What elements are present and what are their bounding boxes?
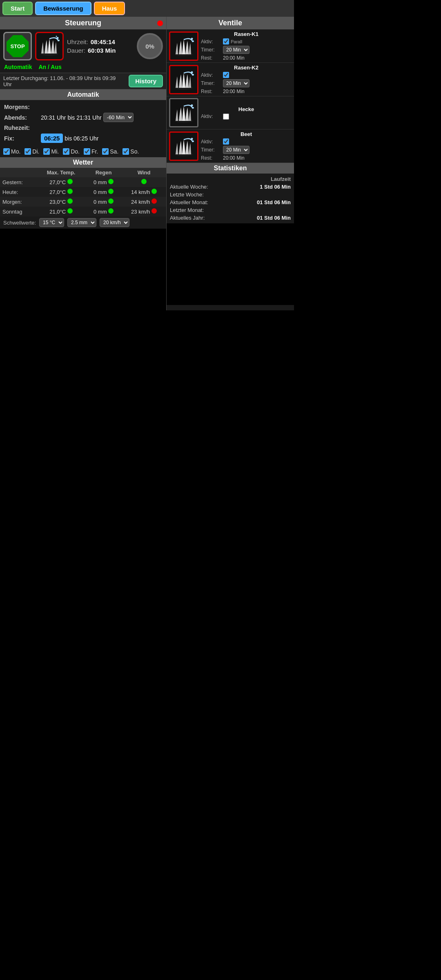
fix-bis: bis 06:25 Uhr	[65, 135, 98, 142]
ventil-timer-select[interactable]: 20 Min	[223, 146, 249, 154]
day-so-checkbox[interactable]	[122, 148, 129, 155]
wetter-row-rain: 0 mm	[85, 187, 122, 197]
svg-point-2	[57, 37, 59, 39]
day-di-checkbox[interactable]	[24, 148, 31, 155]
abends-bis: bis 21:31 Uhr	[67, 114, 101, 121]
dauer-label: Dauer:	[67, 47, 85, 54]
history-button[interactable]: History	[129, 75, 163, 87]
wetter-row: Gestern: 27,0°C 0 mm	[0, 177, 166, 187]
stat-row-label: Aktuelles Jahr:	[170, 215, 250, 221]
day-fr-checkbox[interactable]	[84, 148, 90, 155]
day-fr: Fr.	[84, 148, 98, 155]
day-mo-label: Mo.	[11, 148, 20, 155]
stat-row-label: Aktueller Monat:	[170, 199, 250, 205]
ventil-aktiv-checkbox[interactable]	[223, 38, 229, 45]
mode-auto-label: Automatik	[4, 64, 32, 70]
ventil-aktiv-label: Aktiv:	[201, 114, 221, 119]
ventil-sprinkler-icon	[172, 134, 196, 158]
ventil-rest-row: Rest: 20:00 Min	[201, 155, 292, 161]
svg-point-8	[192, 40, 194, 42]
day-so: So.	[122, 148, 139, 155]
ventil-rest-value: 20:00 Min	[223, 55, 245, 61]
start-button[interactable]: Start	[2, 2, 33, 15]
wetter-col-wind: Wind	[122, 168, 166, 177]
ventil-sprinkler-icon	[172, 34, 196, 58]
svg-point-12	[192, 74, 194, 76]
top-nav: Start Bewässerung Haus	[0, 0, 294, 17]
wetter-col-label	[0, 168, 37, 177]
ventil-name: Beet	[201, 131, 292, 137]
ruhezeit-label: Ruhezeit:	[4, 125, 41, 131]
status-row: STOP	[0, 29, 166, 63]
ventil-rest-value: 20:00 Min	[223, 89, 245, 94]
wetter-row-wind: 24 km/h	[122, 197, 166, 207]
mode-row: Automatik An / Aus	[0, 63, 166, 73]
ruhezeit-row: Ruhezeit:	[4, 123, 162, 132]
temp-threshold-select[interactable]: 15 °C 20 °C 25 °C	[39, 218, 64, 227]
black-bottom-right	[167, 223, 294, 305]
statistiken-header: Statistiken	[167, 163, 294, 174]
wind-threshold-select[interactable]: 20 km/h 30 km/h 40 km/h	[100, 218, 129, 227]
abends-offset-select[interactable]: -60 Min -30 Min 0 Min	[103, 113, 134, 122]
ventile-list: Rasen-K1 Aktiv: Parall Timer: 20 Min Res…	[167, 29, 294, 163]
ventil-timer-select[interactable]: 20 Min	[223, 46, 249, 54]
stat-row-value: 01 Std 06 Min	[250, 199, 291, 205]
progress-circle: 0%	[137, 33, 163, 59]
stat-row: Aktueller Monat: 01 Std 06 Min	[170, 198, 291, 206]
wetter-col-temp: Max. Temp.	[37, 168, 85, 177]
fix-row: Fix: 06:25 bis 06:25 Uhr	[4, 132, 162, 144]
black-bottom-left	[0, 229, 166, 310]
ventil-aktiv-label: Aktiv:	[201, 139, 221, 145]
day-sa-label: Sa.	[110, 148, 118, 155]
day-mo-checkbox[interactable]	[3, 148, 10, 155]
dauer-row: Dauer: 60:03 Min	[67, 47, 134, 54]
day-so-label: So.	[130, 148, 139, 155]
temp-dot	[67, 179, 73, 184]
ventile-header: Ventile	[167, 17, 294, 29]
day-do-checkbox[interactable]	[63, 148, 69, 155]
day-do-label: Do.	[71, 148, 80, 155]
day-sa-checkbox[interactable]	[102, 148, 109, 155]
ventil-aktiv-checkbox[interactable]	[223, 114, 229, 120]
fix-value[interactable]: 06:25	[41, 134, 63, 143]
ventil-aktiv-checkbox[interactable]	[223, 72, 229, 78]
day-mi-checkbox[interactable]	[43, 148, 50, 155]
ventil-aktiv-checkbox[interactable]	[223, 138, 229, 145]
ventil-img-box	[169, 65, 198, 94]
left-panel: Steuerung STOP	[0, 17, 167, 310]
ventil-timer-row: Timer: 20 Min	[201, 79, 292, 87]
dauer-value: 60:03 Min	[88, 47, 116, 54]
ventil-timer-select[interactable]: 20 Min	[223, 79, 249, 87]
stat-row: Aktuelles Jahr: 01 Std 06 Min	[170, 214, 291, 222]
ventil-rest-label: Rest:	[201, 89, 221, 94]
statistiken-section: Laufzeit Aktuelle Woche: 1 Std 06 Min Le…	[167, 174, 294, 223]
stat-row: Aktuelle Woche: 1 Std 06 Min	[170, 183, 291, 191]
ventil-img-box	[169, 31, 198, 61]
ventil-img-box	[169, 98, 198, 127]
wetter-row-temp: 27,0°C	[37, 177, 85, 187]
right-panel: Ventile Rasen-K1 Aktiv: Par	[167, 17, 294, 310]
day-di: Di.	[24, 148, 39, 155]
threshold-row: Schwellwerte: 15 °C 20 °C 25 °C 2.5 mm 5…	[0, 216, 166, 229]
ventil-aktiv-label: Aktiv:	[201, 72, 221, 78]
svg-point-3	[58, 40, 60, 41]
rain-threshold-select[interactable]: 2.5 mm 5 mm 10 mm	[67, 218, 96, 227]
ventil-sprinkler-icon	[172, 100, 196, 125]
stat-col-label: Laufzeit	[250, 176, 291, 182]
haus-button[interactable]: Haus	[94, 2, 125, 15]
wetter-row-label: Morgen:	[0, 197, 37, 207]
ventil-info: Rasen-K2 Aktiv: Timer: 20 Min Rest: 20:0…	[201, 65, 292, 94]
wetter-row-wind: 23 km/h	[122, 207, 166, 216]
bew-button[interactable]: Bewässerung	[35, 2, 91, 15]
day-mi: Mi.	[43, 148, 59, 155]
svg-point-7	[191, 38, 193, 40]
ventil-info: Beet Aktiv: Timer: 20 Min Rest: 20:00 Mi…	[201, 131, 292, 161]
stop-button[interactable]: STOP	[3, 32, 32, 60]
day-mi-label: Mi.	[51, 148, 59, 155]
time-info: Uhrzeit: 08:45:14 Dauer: 60:03 Min	[67, 38, 134, 54]
temp-dot	[67, 208, 73, 214]
uhrzeit-row: Uhrzeit: 08:45:14	[67, 38, 134, 45]
wetter-row: Sonntag 21,0°C 0 mm 23 km/h	[0, 207, 166, 216]
rain-dot	[108, 189, 114, 194]
rain-icon-box[interactable]	[35, 32, 64, 60]
